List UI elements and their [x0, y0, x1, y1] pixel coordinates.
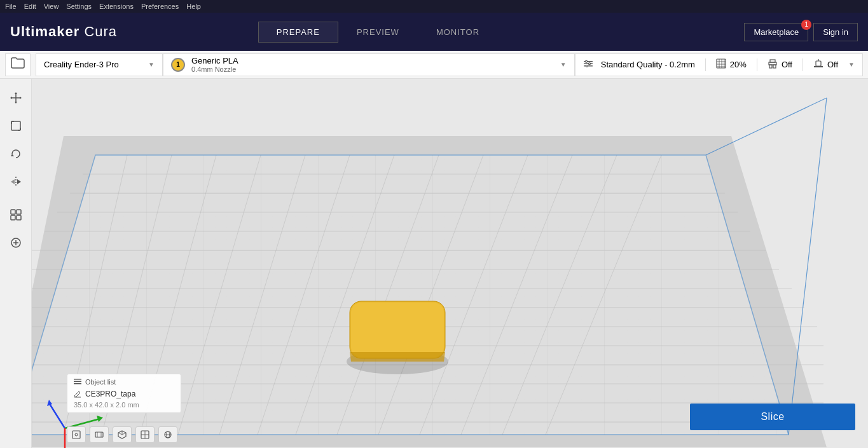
menu-extensions[interactable]: Extensions: [99, 3, 134, 10]
object-name: CE3PRO_tapa: [85, 390, 135, 398]
svg-marker-79: [350, 352, 445, 362]
separator2: [757, 58, 757, 71]
arrange-tool[interactable]: [4, 203, 27, 226]
svg-rect-35: [11, 210, 15, 214]
menu-file[interactable]: File: [5, 3, 17, 10]
support-icon: [768, 58, 778, 71]
adhesion-value: Off: [827, 60, 838, 69]
infill-setting[interactable]: 20%: [716, 58, 747, 71]
svg-line-98: [118, 433, 122, 435]
svg-marker-33: [11, 179, 15, 184]
support-tool[interactable]: [4, 231, 27, 254]
menu-help[interactable]: Help: [186, 3, 201, 10]
nav-tabs: PREPARE PREVIEW MONITOR: [258, 22, 498, 43]
material-index-icon: 1: [171, 58, 185, 72]
material-nozzle: 0.4mm Nozzle: [191, 65, 238, 73]
svg-marker-31: [11, 154, 14, 156]
svg-marker-23: [15, 102, 17, 104]
header: Ultimaker Cura PREPARE PREVIEW MONITOR M…: [0, 13, 868, 51]
move-tool[interactable]: [4, 86, 27, 109]
support-value: Off: [782, 60, 792, 69]
svg-marker-25: [20, 97, 22, 99]
printer-name: Creality Ender-3 Pro: [44, 60, 119, 69]
header-right: Marketplace 1 Sign in: [744, 23, 858, 41]
material-selector[interactable]: 1 Generic PLA 0.4mm Nozzle ▼: [163, 53, 575, 76]
viewport[interactable]: Object list CE3PRO_tapa 35.0 x 42.0 x 2.…: [32, 79, 868, 448]
svg-point-4: [588, 62, 590, 64]
view-iso1[interactable]: [113, 426, 132, 443]
scale-tool[interactable]: [4, 114, 27, 137]
quality-label: Standard Quality - 0.2mm: [601, 60, 695, 69]
object-dimensions: 35.0 x 42.0 x 2.0 mm: [74, 401, 174, 409]
mirror-tool[interactable]: [4, 170, 27, 193]
settings-icon: [583, 58, 593, 71]
slice-button[interactable]: Slice: [690, 404, 855, 430]
left-sidebar: [0, 79, 32, 448]
svg-line-97: [122, 433, 126, 435]
material-name: Generic PLA: [191, 56, 238, 65]
separator3: [803, 58, 803, 71]
menu-settings[interactable]: Settings: [66, 3, 92, 10]
rotate-tool[interactable]: [4, 142, 27, 165]
adhesion-icon: [813, 58, 823, 71]
svg-marker-34: [17, 179, 21, 184]
open-folder-button[interactable]: [5, 53, 31, 76]
view-top[interactable]: [90, 426, 109, 443]
svg-point-91: [75, 433, 78, 436]
menu-view[interactable]: View: [44, 3, 59, 10]
object-list-label: Object list: [85, 378, 116, 386]
svg-rect-88: [74, 383, 81, 384]
svg-line-75: [789, 98, 827, 435]
svg-rect-78: [351, 302, 444, 357]
svg-rect-26: [11, 121, 20, 130]
svg-rect-92: [95, 432, 103, 437]
object-item[interactable]: CE3PRO_tapa: [74, 388, 174, 400]
folder-icon: [11, 57, 25, 72]
support-setting[interactable]: Off: [768, 58, 792, 71]
marketplace-button[interactable]: Marketplace 1: [744, 23, 808, 41]
infill-value: 20%: [730, 60, 747, 69]
view-iso2[interactable]: [135, 426, 155, 443]
tab-preview[interactable]: PREVIEW: [338, 22, 418, 43]
print-settings[interactable]: Standard Quality - 0.2mm 20%: [575, 53, 863, 76]
signin-button[interactable]: Sign in: [813, 23, 858, 41]
settings-dropdown-arrow: ▼: [848, 61, 855, 68]
bottom-toolbar: [67, 426, 177, 443]
toolbar: Creality Ender-3 Pro ▼ 1 Generic PLA 0.4…: [0, 51, 868, 79]
svg-rect-13: [769, 65, 772, 68]
tab-prepare[interactable]: PREPARE: [258, 22, 338, 43]
marketplace-badge: 1: [801, 20, 811, 30]
svg-rect-90: [72, 431, 80, 438]
menu-preferences[interactable]: Preferences: [141, 3, 179, 10]
main-area: Object list CE3PRO_tapa 35.0 x 42.0 x 2.…: [0, 79, 868, 448]
menu-bar: File Edit View Settings Extensions Prefe…: [0, 0, 868, 13]
svg-rect-86: [74, 379, 81, 380]
svg-point-3: [585, 60, 587, 62]
app-logo: Ultimaker Cura: [10, 24, 117, 40]
separator: [705, 58, 706, 71]
printer-selector[interactable]: Creality Ender-3 Pro ▼: [36, 53, 163, 76]
object-list-panel: Object list CE3PRO_tapa 35.0 x 42.0 x 2.…: [67, 374, 181, 413]
material-dropdown-arrow: ▼: [560, 61, 567, 68]
svg-rect-37: [11, 215, 15, 220]
menu-edit[interactable]: Edit: [24, 3, 36, 10]
view-side[interactable]: [158, 426, 177, 443]
tab-monitor[interactable]: MONITOR: [418, 22, 498, 43]
list-icon: [74, 378, 81, 386]
svg-line-74: [706, 98, 827, 155]
svg-rect-38: [17, 215, 21, 220]
printer-dropdown-arrow: ▼: [148, 61, 155, 68]
svg-rect-18: [816, 61, 821, 66]
svg-marker-24: [10, 97, 12, 99]
svg-point-5: [586, 65, 588, 67]
svg-rect-16: [770, 60, 775, 62]
infill-icon: [716, 58, 726, 71]
edit-icon: [74, 390, 81, 398]
svg-rect-14: [773, 65, 776, 68]
view-front[interactable]: [67, 426, 86, 443]
svg-rect-36: [17, 210, 21, 214]
svg-marker-22: [15, 92, 17, 94]
svg-rect-87: [74, 381, 81, 383]
adhesion-setting[interactable]: Off: [813, 58, 838, 71]
